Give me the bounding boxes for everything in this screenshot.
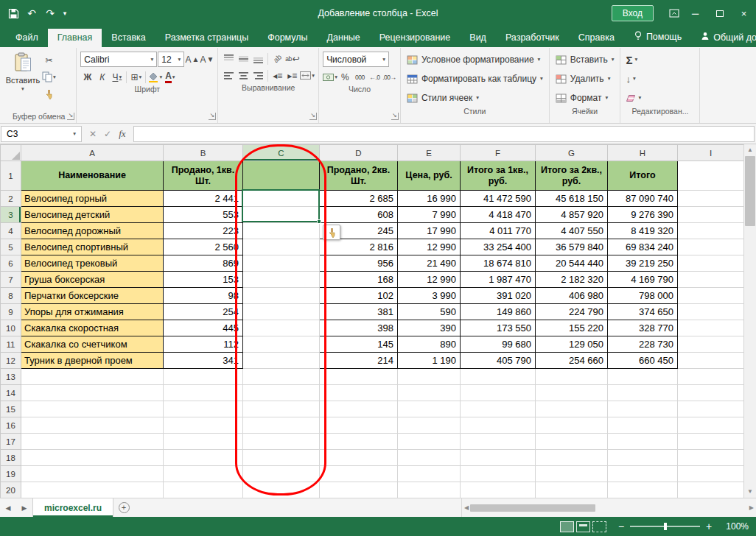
cell-A16[interactable] — [21, 417, 164, 434]
cell-I19[interactable] — [678, 466, 744, 482]
number-format-select[interactable]: Числовой▾ — [323, 52, 389, 67]
cell-E5[interactable]: 12 990 — [398, 239, 461, 255]
cell-H14[interactable] — [608, 385, 678, 401]
paste-button[interactable]: Вставить ▾ — [5, 49, 41, 111]
row-header-7[interactable]: 7 — [1, 272, 21, 288]
format-painter-button[interactable] — [42, 87, 56, 101]
cell-A3[interactable]: Велосипед детский — [21, 207, 164, 223]
row-header-13[interactable]: 13 — [1, 369, 21, 385]
column-header-G[interactable]: G — [536, 145, 608, 161]
row-header-2[interactable]: 2 — [1, 191, 21, 207]
cell-B19[interactable] — [164, 466, 243, 482]
zoom-slider[interactable] — [630, 526, 700, 527]
page-layout-view-button[interactable] — [576, 521, 590, 532]
cell-E16[interactable] — [398, 417, 461, 434]
cell-F8[interactable]: 391 020 — [461, 288, 536, 304]
number-dialog-launcher[interactable]: ↘ — [391, 113, 399, 120]
cell-B16[interactable] — [164, 417, 243, 434]
zoom-slider-thumb[interactable] — [664, 523, 667, 530]
cell-G17[interactable] — [536, 434, 608, 450]
cell-I3[interactable] — [678, 207, 744, 223]
cell-F10[interactable]: 173 550 — [461, 320, 536, 336]
comma-style-button[interactable]: 000 — [353, 70, 367, 84]
cell-E6[interactable]: 21 490 — [398, 255, 461, 272]
cell-H16[interactable] — [608, 417, 678, 434]
cell-I18[interactable] — [678, 450, 744, 466]
column-header-D[interactable]: D — [320, 145, 398, 161]
cut-button[interactable]: ✂ — [42, 53, 56, 67]
cell-F17[interactable] — [461, 434, 536, 450]
cell-I6[interactable] — [678, 255, 744, 272]
merge-center-button[interactable]: ▾ — [300, 68, 315, 82]
row-header-14[interactable]: 14 — [1, 385, 21, 401]
row-header-17[interactable]: 17 — [1, 434, 21, 450]
increase-indent-button[interactable]: ▸≡ — [285, 68, 299, 82]
cell-H4[interactable]: 8 419 320 — [608, 223, 678, 239]
cell-I15[interactable] — [678, 401, 744, 417]
cell-G6[interactable]: 20 544 440 — [536, 255, 608, 272]
row-header-11[interactable]: 11 — [1, 336, 21, 353]
cell-C2[interactable] — [243, 191, 320, 207]
cell-H7[interactable]: 4 169 790 — [608, 272, 678, 288]
cell-C20[interactable] — [243, 482, 320, 498]
confirm-entry-icon[interactable]: ✓ — [104, 129, 111, 139]
cell-D5[interactable]: 2 816 — [320, 239, 398, 255]
cell-A20[interactable] — [21, 482, 164, 498]
cell-B12[interactable]: 341 — [164, 353, 243, 369]
cell-D14[interactable] — [320, 385, 398, 401]
percent-style-button[interactable]: % — [338, 70, 352, 84]
cell-B13[interactable] — [164, 369, 243, 385]
cell-I8[interactable] — [678, 288, 744, 304]
cell-I11[interactable] — [678, 336, 744, 353]
tab-reference[interactable]: Справка — [569, 29, 624, 47]
column-header-B[interactable]: B — [164, 145, 243, 161]
clipboard-dialog-launcher[interactable]: ↘ — [67, 113, 74, 120]
cell-C8[interactable] — [243, 288, 320, 304]
cell-I10[interactable] — [678, 320, 744, 336]
cell-I17[interactable] — [678, 434, 744, 450]
cell-H11[interactable]: 228 730 — [608, 336, 678, 353]
cell-H6[interactable]: 39 219 250 — [608, 255, 678, 272]
cell-A2[interactable]: Велосипед горный — [21, 191, 164, 207]
cell-F4[interactable]: 4 011 770 — [461, 223, 536, 239]
cell-E9[interactable]: 590 — [398, 304, 461, 320]
tab-formulas[interactable]: Формулы — [258, 29, 317, 47]
row-header-16[interactable]: 16 — [1, 417, 21, 434]
shrink-font-button[interactable]: А▼ — [200, 52, 214, 66]
cell-F12[interactable]: 405 790 — [461, 353, 536, 369]
cell-A12[interactable]: Турник в дверной проем — [21, 353, 164, 369]
zoom-out-button[interactable]: − — [615, 521, 627, 532]
horizontal-scroll-track[interactable] — [469, 504, 749, 512]
row-header-15[interactable]: 15 — [1, 401, 21, 417]
cell-G9[interactable]: 224 790 — [536, 304, 608, 320]
format-cells-button[interactable]: Формат▾ — [553, 90, 617, 106]
cell-I1[interactable] — [678, 161, 744, 191]
align-right-button[interactable] — [251, 68, 265, 82]
italic-button[interactable]: К — [95, 70, 109, 84]
cell-G3[interactable]: 4 857 920 — [536, 207, 608, 223]
previous-sheet-icon[interactable]: ◀ — [0, 498, 16, 517]
grow-font-button[interactable]: А▲ — [185, 52, 199, 66]
cell-D1[interactable]: Продано, 2кв. Шт. — [320, 161, 398, 191]
column-header-C[interactable]: C — [243, 145, 320, 161]
cell-B17[interactable] — [164, 434, 243, 450]
cell-D2[interactable]: 2 685 — [320, 191, 398, 207]
cell-G1[interactable]: Итого за 2кв., руб. — [536, 161, 608, 191]
cell-H19[interactable] — [608, 466, 678, 482]
cell-I7[interactable] — [678, 272, 744, 288]
cell-D17[interactable] — [320, 434, 398, 450]
font-name-select[interactable]: Calibri▾ — [80, 52, 157, 67]
cell-C9[interactable] — [243, 304, 320, 320]
cell-H18[interactable] — [608, 450, 678, 466]
cell-B5[interactable]: 2 560 — [164, 239, 243, 255]
cell-A19[interactable] — [21, 466, 164, 482]
cell-I16[interactable] — [678, 417, 744, 434]
align-center-button[interactable] — [237, 68, 251, 82]
cell-H9[interactable]: 374 650 — [608, 304, 678, 320]
cell-C17[interactable] — [243, 434, 320, 450]
font-size-select[interactable]: 12▾ — [158, 52, 184, 67]
delete-cells-button[interactable]: Удалить▾ — [553, 71, 617, 87]
cell-D7[interactable]: 168 — [320, 272, 398, 288]
redo-icon[interactable]: ↷ — [41, 4, 59, 23]
cell-C12[interactable] — [243, 353, 320, 369]
